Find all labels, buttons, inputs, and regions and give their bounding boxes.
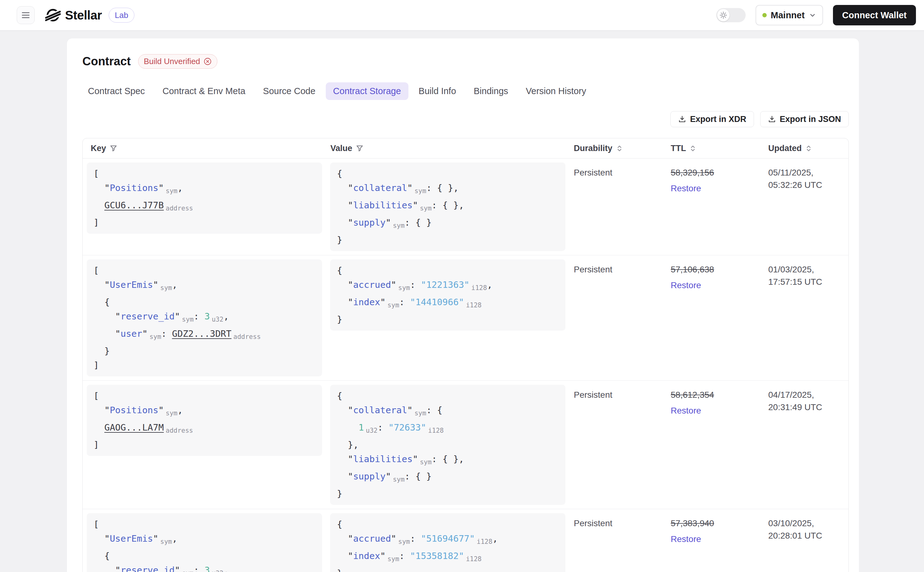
filter-icon[interactable] bbox=[356, 145, 364, 152]
column-header-key[interactable]: Key bbox=[83, 144, 326, 153]
storage-value-code: { "collateral"sym: { }, "liabilities"sym… bbox=[330, 163, 565, 251]
connect-wallet-button[interactable]: Connect Wallet bbox=[833, 5, 916, 25]
network-label: Mainnet bbox=[771, 10, 805, 20]
durability-cell: Persistent bbox=[569, 381, 666, 409]
durability-cell: Persistent bbox=[569, 159, 666, 187]
table-row: [ "UserEmis"sym, { "reserve_id"sym: 3u32… bbox=[83, 255, 848, 381]
value-cell: { "accrued"sym: "1221363"i128, "index"sy… bbox=[326, 255, 569, 334]
tab-contract-storage[interactable]: Contract Storage bbox=[326, 82, 408, 100]
updated-date: 03/10/2025, bbox=[768, 517, 844, 530]
updated-cell: 04/17/2025, 20:31:49 UTC bbox=[764, 381, 848, 421]
download-icon bbox=[678, 115, 686, 123]
address-link[interactable]: GAOG...LA7M bbox=[104, 422, 164, 433]
theme-toggle[interactable] bbox=[716, 8, 746, 22]
column-header-ttl[interactable]: TTL bbox=[666, 144, 764, 153]
updated-date: 01/03/2025, bbox=[768, 263, 844, 276]
tab-contract-spec[interactable]: Contract Spec bbox=[88, 82, 145, 100]
build-unverified-badge: Build Unverified bbox=[138, 54, 217, 69]
top-bar-actions: Mainnet Connect Wallet bbox=[716, 5, 916, 25]
value-cell: { "collateral"sym: { }, "liabilities"sym… bbox=[326, 159, 569, 255]
updated-time: 17:57:15 UTC bbox=[768, 276, 844, 288]
key-cell: [ "UserEmis"sym, { "reserve_id"sym: 3u32… bbox=[83, 509, 326, 572]
updated-time: 20:28:01 UTC bbox=[768, 530, 844, 542]
storage-key-code: [ "Positions"sym, GCU6...J77Baddress] bbox=[87, 163, 322, 234]
hamburger-icon bbox=[21, 11, 30, 19]
key-cell: [ "Positions"sym, GCU6...J77Baddress] bbox=[83, 159, 326, 238]
durability-value: Persistent bbox=[574, 168, 613, 177]
export-json-button[interactable]: Export in JSON bbox=[760, 111, 849, 127]
ttl-expired-value: 57,106,638 bbox=[671, 263, 764, 276]
storage-key-code: [ "UserEmis"sym, { "reserve_id"sym: 3u32… bbox=[87, 260, 322, 376]
sun-icon bbox=[719, 11, 727, 19]
address-link[interactable]: GCU6...J77B bbox=[104, 200, 164, 210]
storage-value-code: { "accrued"sym: "51694677"i128, "index"s… bbox=[330, 513, 565, 572]
column-header-updated[interactable]: Updated bbox=[764, 144, 848, 153]
network-select[interactable]: Mainnet bbox=[756, 5, 823, 25]
updated-date: 05/11/2025, bbox=[768, 166, 844, 179]
durability-value: Persistent bbox=[574, 390, 613, 399]
sort-icon[interactable] bbox=[616, 145, 623, 152]
address-link[interactable]: GDZ2...3DRT bbox=[172, 328, 231, 339]
ttl-cell: 58,612,354 Restore bbox=[666, 381, 764, 425]
contract-card: Contract Build Unverified Contract SpecC… bbox=[67, 38, 859, 572]
storage-key-code: [ "UserEmis"sym, { "reserve_id"sym: 3u32… bbox=[87, 513, 322, 572]
build-unverified-label: Build Unverified bbox=[144, 57, 200, 66]
brand[interactable]: Stellar Lab bbox=[45, 8, 134, 23]
restore-link[interactable]: Restore bbox=[671, 279, 701, 292]
card-head: Contract Build Unverified bbox=[82, 38, 849, 69]
network-status-dot bbox=[762, 13, 767, 17]
tab-build-info[interactable]: Build Info bbox=[418, 82, 456, 100]
durability-cell: Persistent bbox=[569, 509, 666, 538]
updated-cell: 01/03/2025, 17:57:15 UTC bbox=[764, 255, 848, 296]
chevron-down-icon bbox=[809, 11, 816, 19]
table-row: [ "Positions"sym, GCU6...J77Baddress] { … bbox=[83, 159, 848, 255]
storage-table-header: Key Value Durability TTL Updated bbox=[83, 138, 848, 159]
durability-value: Persistent bbox=[574, 265, 613, 274]
lab-badge: Lab bbox=[109, 8, 134, 23]
tab-bindings[interactable]: Bindings bbox=[474, 82, 508, 100]
ttl-expired-value: 58,612,354 bbox=[671, 389, 764, 401]
storage-table: Key Value Durability TTL Updated [ "Posi… bbox=[82, 138, 849, 572]
page-title: Contract bbox=[82, 55, 131, 68]
table-row: [ "UserEmis"sym, { "reserve_id"sym: 3u32… bbox=[83, 509, 848, 572]
brand-name: Stellar bbox=[65, 8, 102, 22]
tab-version-history[interactable]: Version History bbox=[526, 82, 586, 100]
storage-value-code: { "collateral"sym: { 1u32: "72633"i128 }… bbox=[330, 385, 565, 505]
ttl-cell: 58,329,156 Restore bbox=[666, 159, 764, 203]
ttl-expired-value: 57,383,940 bbox=[671, 517, 764, 530]
storage-key-code: [ "Positions"sym, GAOG...LA7Maddress] bbox=[87, 385, 322, 456]
sort-icon[interactable] bbox=[805, 145, 812, 152]
durability-value: Persistent bbox=[574, 518, 613, 528]
durability-cell: Persistent bbox=[569, 255, 666, 284]
sort-icon[interactable] bbox=[689, 145, 697, 152]
menu-button[interactable] bbox=[17, 6, 35, 24]
updated-time: 20:31:49 UTC bbox=[768, 401, 844, 413]
export-xdr-button[interactable]: Export in XDR bbox=[670, 111, 754, 127]
value-cell: { "accrued"sym: "51694677"i128, "index"s… bbox=[326, 509, 569, 572]
export-toolbar: Export in XDR Export in JSON bbox=[82, 111, 849, 127]
updated-cell: 03/10/2025, 20:28:01 UTC bbox=[764, 509, 848, 550]
x-circle-icon[interactable] bbox=[204, 57, 212, 65]
value-cell: { "collateral"sym: { 1u32: "72633"i128 }… bbox=[326, 381, 569, 509]
restore-link[interactable]: Restore bbox=[671, 182, 701, 195]
column-header-value[interactable]: Value bbox=[326, 144, 569, 153]
contract-tabs: Contract SpecContract & Env MetaSource C… bbox=[88, 82, 849, 100]
top-bar: Stellar Lab Mainnet Connect Wa bbox=[0, 0, 924, 31]
table-row: [ "Positions"sym, GAOG...LA7Maddress] { … bbox=[83, 381, 848, 509]
restore-link[interactable]: Restore bbox=[671, 533, 701, 546]
column-header-durability[interactable]: Durability bbox=[569, 144, 666, 153]
storage-value-code: { "accrued"sym: "1221363"i128, "index"sy… bbox=[330, 260, 565, 331]
ttl-cell: 57,106,638 Restore bbox=[666, 255, 764, 300]
light-theme-knob bbox=[717, 9, 730, 21]
key-cell: [ "Positions"sym, GAOG...LA7Maddress] bbox=[83, 381, 326, 460]
tab-contract-env-meta[interactable]: Contract & Env Meta bbox=[163, 82, 246, 100]
updated-cell: 05/11/2025, 05:32:26 UTC bbox=[764, 159, 848, 199]
filter-icon[interactable] bbox=[110, 145, 117, 152]
key-cell: [ "UserEmis"sym, { "reserve_id"sym: 3u32… bbox=[83, 255, 326, 381]
updated-date: 04/17/2025, bbox=[768, 389, 844, 401]
ttl-expired-value: 58,329,156 bbox=[671, 166, 764, 179]
page: Contract Build Unverified Contract SpecC… bbox=[0, 31, 924, 572]
download-icon bbox=[768, 115, 776, 123]
tab-source-code[interactable]: Source Code bbox=[263, 82, 315, 100]
restore-link[interactable]: Restore bbox=[671, 404, 701, 417]
